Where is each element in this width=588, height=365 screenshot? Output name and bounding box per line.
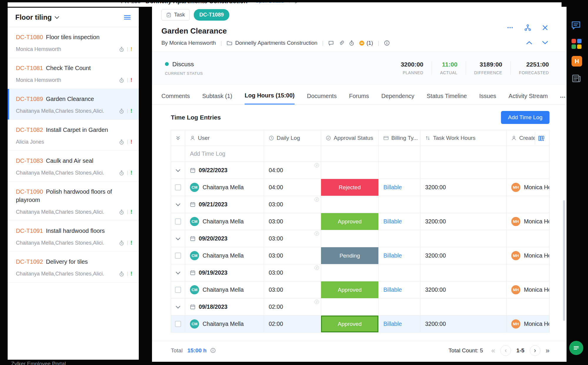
approval-status-badge[interactable]: Rejected bbox=[321, 179, 378, 196]
more-actions-icon[interactable] bbox=[507, 25, 514, 30]
column-header-user[interactable]: User bbox=[198, 135, 210, 141]
info-icon[interactable] bbox=[384, 40, 390, 46]
entry-user[interactable]: Chaitanya Mella bbox=[203, 321, 244, 327]
priority-flag-icon[interactable] bbox=[131, 46, 132, 52]
timer-icon[interactable] bbox=[119, 77, 124, 83]
sidebar-task-item[interactable]: DC-T1090Polish hardwood floors of playro… bbox=[8, 182, 139, 221]
collapse-all-icon[interactable] bbox=[176, 136, 180, 140]
column-header-daily-log[interactable]: Daily Log bbox=[277, 135, 300, 141]
billing-type-link[interactable]: Billable bbox=[383, 321, 402, 327]
column-header-work-hours[interactable]: Task Work Hours bbox=[433, 135, 475, 141]
group-info-icon[interactable] bbox=[315, 163, 319, 167]
vertical-scrollbar[interactable] bbox=[563, 200, 565, 321]
next-task-icon[interactable] bbox=[542, 41, 548, 45]
column-header-approval[interactable]: Approval Status bbox=[334, 135, 373, 141]
menu-icon[interactable] bbox=[123, 14, 131, 21]
priority-flag-icon[interactable] bbox=[131, 240, 132, 246]
sidebar-task-item-selected[interactable]: DC-T1089Garden Clearance Chaitanya Mella… bbox=[8, 89, 139, 120]
quick-notes-fab[interactable] bbox=[569, 341, 583, 355]
open-details-link[interactable]: Open Details bbox=[255, 2, 284, 4]
priority-flag-icon[interactable] bbox=[131, 271, 132, 277]
priority-flag-icon[interactable] bbox=[131, 170, 132, 176]
task-id-badge[interactable]: DC-T1089 bbox=[194, 9, 229, 21]
attachment-icon[interactable] bbox=[339, 40, 344, 46]
tab-subtask[interactable]: Subtask (1) bbox=[202, 93, 232, 104]
priority-flag-icon[interactable] bbox=[131, 139, 132, 145]
tab-log-hours[interactable]: Log Hours (15:00) bbox=[245, 92, 295, 104]
last-page-icon[interactable] bbox=[546, 347, 549, 354]
info-icon[interactable] bbox=[210, 348, 216, 353]
tab-status-timeline[interactable]: Status Timeline bbox=[427, 93, 467, 104]
previous-task-icon[interactable] bbox=[526, 41, 532, 45]
row-checkbox[interactable] bbox=[175, 287, 181, 293]
approval-status-badge[interactable]: Approved bbox=[321, 316, 378, 332]
approval-status-badge[interactable]: Pending bbox=[321, 247, 378, 264]
approval-status-badge[interactable]: Approved bbox=[321, 281, 378, 298]
priority-chip[interactable]: (1) bbox=[359, 40, 373, 46]
collapse-group-icon[interactable] bbox=[176, 202, 181, 206]
entry-user[interactable]: Chaitanya Mella bbox=[203, 184, 244, 191]
timer-icon[interactable] bbox=[119, 170, 124, 176]
task-author[interactable]: By Monica Hemsworth bbox=[161, 40, 216, 46]
tab-issues[interactable]: Issues bbox=[479, 93, 496, 104]
apps-grid-icon[interactable] bbox=[572, 39, 582, 49]
sidebar-task-item[interactable]: DC-T1081Check Tile Count Monica Hemswort… bbox=[8, 58, 139, 89]
timer-icon[interactable] bbox=[119, 271, 124, 277]
approval-status-badge[interactable]: Approved bbox=[321, 213, 378, 230]
sidebar-task-item[interactable]: DC-T1080Floor tiles inspection Monica He… bbox=[8, 27, 139, 58]
collapse-group-icon[interactable] bbox=[176, 236, 181, 240]
priority-flag-icon[interactable] bbox=[131, 209, 132, 215]
group-info-icon[interactable] bbox=[315, 231, 319, 236]
current-status[interactable]: Discuss bbox=[165, 61, 203, 68]
sidebar-task-item[interactable]: DC-T1082Install Carpet in Garden Alicia … bbox=[8, 120, 139, 151]
billing-type-link[interactable]: Billable bbox=[383, 184, 402, 191]
timer-icon[interactable] bbox=[349, 40, 355, 46]
timer-icon[interactable] bbox=[119, 139, 124, 145]
add-time-log-inline[interactable]: Add Time Log bbox=[190, 150, 225, 157]
timer-icon[interactable] bbox=[119, 240, 124, 246]
priority-flag-icon[interactable] bbox=[131, 77, 132, 83]
task-project-name[interactable]: Donnelly Apartments Construction bbox=[235, 40, 318, 46]
group-info-icon[interactable] bbox=[315, 266, 319, 270]
tab-dependency[interactable]: Dependency bbox=[381, 93, 414, 104]
edit-pencil-icon[interactable] bbox=[295, 2, 300, 4]
priority-flag-icon[interactable] bbox=[131, 108, 132, 114]
row-checkbox[interactable] bbox=[175, 218, 181, 225]
first-page-icon[interactable] bbox=[491, 347, 495, 354]
sidebar-task-item[interactable]: DC-T1092Delivery for tiles Chaitanya Mel… bbox=[8, 252, 139, 283]
comment-icon[interactable] bbox=[328, 40, 334, 46]
tab-comments[interactable]: Comments bbox=[161, 93, 190, 104]
entry-user[interactable]: Chaitanya Mella bbox=[203, 252, 244, 259]
billing-type-link[interactable]: Billable bbox=[383, 286, 402, 293]
billing-type-link[interactable]: Billable bbox=[383, 218, 402, 225]
entry-hours[interactable]: 04:00 bbox=[269, 184, 283, 191]
group-info-icon[interactable] bbox=[315, 300, 319, 304]
next-page-icon[interactable] bbox=[530, 345, 540, 356]
tab-forums[interactable]: Forums bbox=[349, 93, 369, 104]
timer-icon[interactable] bbox=[119, 209, 124, 215]
share-hierarchy-icon[interactable] bbox=[524, 24, 531, 31]
sidebar-task-item[interactable]: DC-T1083Caulk and Air seal Chaitanya Mel… bbox=[8, 151, 139, 182]
entry-hours[interactable]: 03:00 bbox=[269, 252, 283, 259]
entry-user[interactable]: Chaitanya Mella bbox=[203, 218, 244, 225]
tab-activity-stream[interactable]: Activity Stream bbox=[509, 93, 548, 104]
row-checkbox[interactable] bbox=[175, 184, 181, 190]
tabs-more-icon[interactable] bbox=[560, 94, 566, 104]
news-doc-icon[interactable] bbox=[572, 74, 581, 83]
tasklist-selector[interactable]: Floor tiling bbox=[15, 13, 59, 21]
tab-documents[interactable]: Documents bbox=[307, 93, 337, 104]
task-type-button[interactable]: Task bbox=[161, 9, 190, 21]
close-icon[interactable] bbox=[542, 24, 548, 31]
timer-icon[interactable] bbox=[119, 47, 124, 52]
group-info-icon[interactable] bbox=[315, 197, 319, 202]
row-checkbox[interactable] bbox=[175, 321, 181, 327]
billing-type-link[interactable]: Billable bbox=[383, 252, 402, 259]
add-time-log-button[interactable]: Add Time Log bbox=[501, 111, 549, 124]
more-options-icon[interactable] bbox=[305, 2, 310, 4]
entry-hours[interactable]: 03:00 bbox=[269, 218, 283, 225]
collapse-group-icon[interactable] bbox=[176, 270, 181, 275]
entry-hours[interactable]: 03:00 bbox=[269, 286, 283, 293]
entry-user[interactable]: Chaitanya Mella bbox=[203, 286, 244, 293]
collapse-group-icon[interactable] bbox=[176, 167, 181, 172]
chat-panel-icon[interactable] bbox=[571, 21, 581, 30]
